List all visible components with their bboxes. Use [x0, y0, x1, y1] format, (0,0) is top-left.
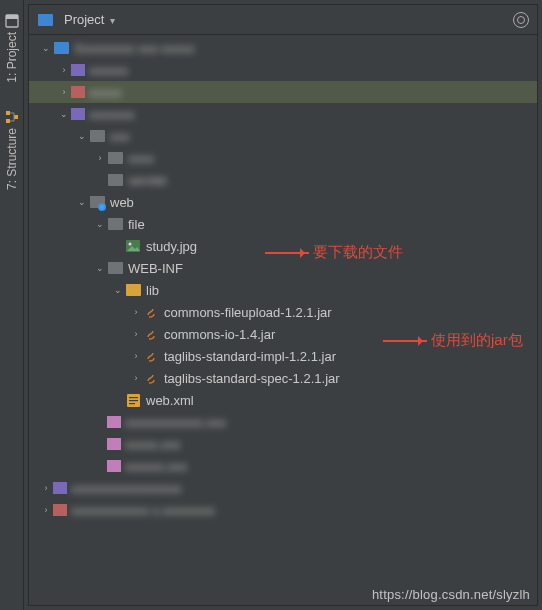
tree-row[interactable]: xxxxxxxxxxxx.xxx [29, 411, 537, 433]
watermark: https://blog.csdn.net/slyzlh [372, 587, 530, 602]
view-dropdown[interactable]: ▾ [110, 12, 115, 27]
tree-row[interactable]: ⌄file [29, 213, 537, 235]
ph-c-icon [71, 86, 85, 98]
panel-header: Project ▾ [29, 5, 537, 35]
chevron-right-icon[interactable]: › [129, 323, 143, 345]
tree-row[interactable]: ⌄xxx [29, 125, 537, 147]
ph-a-icon [71, 64, 85, 76]
tree-row[interactable]: ›commons-fileupload-1.2.1.jar [29, 301, 537, 323]
tree-row[interactable]: ›taglibs-standard-spec-1.2.1.jar [29, 367, 537, 389]
tree-label: commons-fileupload-1.2.1.jar [164, 305, 332, 320]
tree-row[interactable]: ⌄xxxxxxx [29, 103, 537, 125]
tree-label: xxxxxx [89, 63, 128, 78]
svg-rect-10 [90, 130, 97, 132]
svg-rect-4 [14, 115, 18, 119]
svg-rect-18 [108, 218, 115, 220]
tree-label: study.jpg [146, 239, 197, 254]
tree-label: lib [146, 283, 159, 298]
chevron-down-icon[interactable]: ⌄ [93, 257, 107, 279]
tree-label: commons-io-1.4.jar [164, 327, 275, 342]
tree-label: xxxxx.xxx [125, 437, 181, 452]
tree-row[interactable]: ›xxxx [29, 147, 537, 169]
folder-icon [37, 12, 53, 28]
tree-row[interactable]: ›taglibs-standard-impl-1.2.1.jar [29, 345, 537, 367]
svg-rect-3 [6, 119, 10, 123]
chevron-right-icon[interactable]: › [57, 59, 71, 81]
tree-row[interactable]: ›xxxxxxxxxxxx x.xxxxxxxx [29, 499, 537, 521]
svg-rect-2 [6, 111, 10, 115]
ph-a-icon [71, 108, 85, 120]
tree-row[interactable]: ›xxxxx [29, 81, 537, 103]
tree-label: xxxxxxxxxxxx x.xxxxxxxx [71, 503, 215, 518]
tree-row[interactable]: servlet [29, 169, 537, 191]
svg-rect-16 [90, 196, 97, 198]
tree-label: servlet [128, 173, 166, 188]
tree-row[interactable]: xxxxxx.xxx [29, 455, 537, 477]
panel-title: Project [64, 12, 104, 27]
svg-rect-12 [108, 152, 115, 154]
tree-label: xxxxxxxxxxxxxxxxx [71, 481, 182, 496]
vtab-label: 1: Project [5, 32, 19, 83]
structure-icon [5, 110, 19, 124]
tree-label: web [110, 195, 134, 210]
tree-row[interactable]: xxxxx.xxx [29, 433, 537, 455]
chevron-right-icon[interactable]: › [57, 81, 71, 103]
svg-rect-22 [108, 262, 115, 264]
chevron-right-icon[interactable]: › [39, 477, 53, 499]
jar-icon [143, 370, 159, 386]
svg-rect-1 [6, 15, 18, 19]
chevron-down-icon[interactable]: ⌄ [57, 103, 71, 125]
chevron-down-icon[interactable]: ⌄ [93, 213, 107, 235]
tree-label: Sxxxxxxxx xxx-xxxxx [74, 41, 195, 56]
folder-icon [107, 150, 123, 166]
chevron-right-icon[interactable]: › [129, 345, 143, 367]
tree-row[interactable]: ›commons-io-1.4.jar [29, 323, 537, 345]
vtab-project[interactable]: 1: Project [0, 14, 24, 83]
tree-row[interactable]: web.xml [29, 389, 537, 411]
folder-blue-icon [53, 40, 69, 56]
chevron-down-icon[interactable]: ⌄ [75, 191, 89, 213]
tree-row[interactable]: ›xxxxxxxxxxxxxxxxx [29, 477, 537, 499]
project-tree[interactable]: ⌄Sxxxxxxxx xxx-xxxxx›xxxxxx›xxxxx⌄xxxxxx… [29, 35, 537, 523]
tree-row[interactable]: ⌄web [29, 191, 537, 213]
tree-label: taglibs-standard-impl-1.2.1.jar [164, 349, 336, 364]
chevron-down-icon[interactable]: ⌄ [75, 125, 89, 147]
folder-icon [107, 172, 123, 188]
folder-lib-icon [125, 282, 141, 298]
ph-c-icon [53, 504, 67, 516]
ph-a-icon [53, 482, 67, 494]
tree-label: xxxxxx.xxx [125, 459, 187, 474]
chevron-down-icon[interactable]: ⌄ [39, 37, 53, 59]
folder-icon [107, 260, 123, 276]
svg-rect-24 [126, 284, 133, 286]
folder-icon [107, 216, 123, 232]
svg-rect-14 [108, 174, 115, 176]
tree-label: xxxx [128, 151, 154, 166]
svg-point-20 [129, 243, 132, 246]
tree-row[interactable]: ⌄Sxxxxxxxx xxx-xxxxx [29, 37, 537, 59]
folder-web-icon [89, 194, 105, 210]
chevron-right-icon[interactable]: › [39, 499, 53, 521]
ph-b-icon [107, 438, 121, 450]
locate-target-icon[interactable] [513, 12, 529, 28]
tree-label: taglibs-standard-spec-1.2.1.jar [164, 371, 340, 386]
tree-label: WEB-INF [128, 261, 183, 276]
tree-row[interactable]: study.jpg [29, 235, 537, 257]
tree-row[interactable]: ›xxxxxx [29, 59, 537, 81]
project-icon [5, 14, 19, 28]
jar-icon [143, 326, 159, 342]
tree-row[interactable]: ⌄lib [29, 279, 537, 301]
vtab-label: 7: Structure [5, 128, 19, 190]
svg-rect-8 [54, 42, 61, 44]
chevron-right-icon[interactable]: › [129, 367, 143, 389]
project-panel: Project ▾ ⌄Sxxxxxxxx xxx-xxxxx›xxxxxx›xx… [28, 4, 538, 606]
tree-label: xxxxxxxxxxxx.xxx [125, 415, 226, 430]
ph-b-icon [107, 460, 121, 472]
chevron-right-icon[interactable]: › [93, 147, 107, 169]
tree-label: xxxxxxx [89, 107, 135, 122]
chevron-right-icon[interactable]: › [129, 301, 143, 323]
jar-icon [143, 304, 159, 320]
chevron-down-icon[interactable]: ⌄ [111, 279, 125, 301]
tree-row[interactable]: ⌄WEB-INF [29, 257, 537, 279]
vtab-structure[interactable]: 7: Structure [0, 110, 24, 190]
